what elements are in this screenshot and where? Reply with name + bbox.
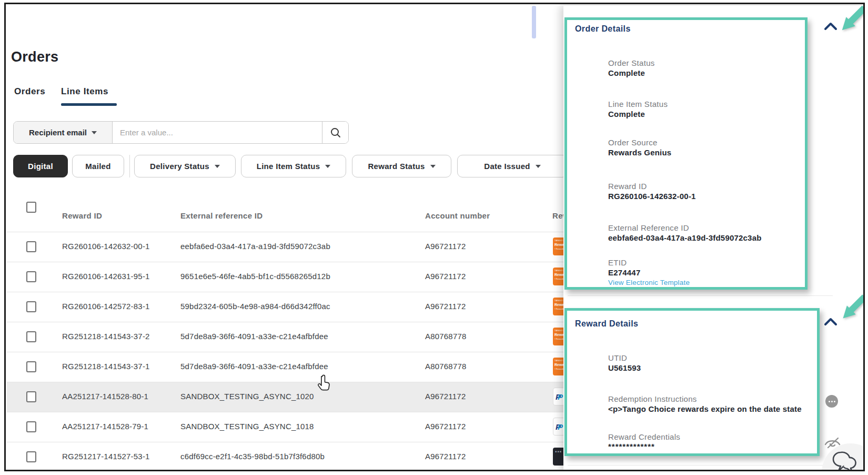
reward-credentials-label: Reward Credentials <box>608 432 680 441</box>
cell-external-ref: 9651e6e5-46fe-4ab5-bf1c-d5568265d12b <box>180 272 330 281</box>
filter-dropdown-reward-status-label: Reward Status <box>368 162 425 171</box>
order-source-value: Rewards Genius <box>608 148 671 157</box>
search-input[interactable]: Enter a value... <box>113 122 322 143</box>
filter-dropdown-delivery-status-label: Delivery Status <box>150 162 209 171</box>
row-checkbox[interactable] <box>26 391 36 402</box>
active-tab-underline <box>61 103 117 106</box>
filter-dropdown-date-issued[interactable]: Date Issued <box>457 155 568 177</box>
order-details-panel: Order Details Order Status Complete Line… <box>564 17 808 290</box>
tab-orders[interactable]: Orders <box>14 86 45 97</box>
order-status-value: Complete <box>608 68 645 77</box>
eye-slash-icon[interactable] <box>823 435 842 451</box>
cell-external-ref: SANDBOX_TESTING_ASYNC_1020 <box>180 392 314 401</box>
row-checkbox[interactable] <box>26 301 36 312</box>
utid-label: UTID <box>608 353 627 362</box>
line-item-status-label: Line Item Status <box>608 100 668 108</box>
select-all-checkbox[interactable] <box>26 202 36 213</box>
search-button[interactable] <box>322 122 348 143</box>
scrollbar-thumb[interactable] <box>532 6 536 38</box>
cell-external-ref: 59bd2324-605b-4e98-a984-d66d342ff0ac <box>180 302 330 311</box>
cell-reward-id: RG251218-141543-37-2 <box>62 332 150 341</box>
reward-id-value: RG260106-142632-00-1 <box>608 192 696 201</box>
section-divider <box>568 465 833 466</box>
line-item-status-value: Complete <box>608 110 645 118</box>
order-status-label: Order Status <box>608 58 655 67</box>
cell-reward-id: RG260106-142631-95-1 <box>62 272 150 281</box>
cell-reward-id: AA251217-141528-79-1 <box>62 422 148 431</box>
external-reference-id-value: eebfa6ed-03a4-417a-a19d-3fd59072c3ab <box>608 233 762 242</box>
utid-value: U561593 <box>608 363 641 372</box>
cell-account: A96721172 <box>425 272 466 281</box>
cell-external-ref: 5d7de8a9-36f6-4091-a33e-c21e4afbfdee <box>180 362 328 371</box>
collapse-order-details-chevron-up-icon[interactable] <box>824 22 837 31</box>
cell-account: A96721172 <box>425 242 466 251</box>
reward-credentials-value: ************* <box>608 442 655 451</box>
page-title: Orders <box>11 49 58 65</box>
chevron-down-icon <box>92 131 97 134</box>
cell-account: A96721172 <box>425 392 466 401</box>
row-checkbox[interactable] <box>26 241 36 252</box>
filter-dropdown-reward-status[interactable]: Reward Status <box>352 155 451 177</box>
search-field-selector[interactable]: Recipient email <box>14 122 113 143</box>
cell-external-ref: SANDBOX_TESTING_ASYNC_1018 <box>180 422 314 431</box>
reward-details-panel: Reward Details UTID U561593 Redemption I… <box>564 308 820 456</box>
filter-toggle-mailed[interactable]: Mailed <box>72 155 124 177</box>
cell-account: A96721172 <box>425 452 466 461</box>
redemption-instructions-value: <p>Tango Choice rewards expire on the da… <box>608 404 802 413</box>
column-header-external-reference-id[interactable]: External reference ID <box>180 211 263 220</box>
filter-dropdown-line-item-status-label: Line Item Status <box>257 162 320 171</box>
filter-separator <box>129 155 130 177</box>
chevron-down-icon <box>325 165 330 168</box>
filter-toggle-digital[interactable]: Digital <box>13 155 68 177</box>
row-checkbox[interactable] <box>26 361 36 372</box>
reward-details-title: Reward Details <box>575 319 638 329</box>
more-options-button[interactable] <box>825 395 838 408</box>
column-header-reward-id[interactable]: Reward ID <box>62 211 102 220</box>
reward-id-label: Reward ID <box>608 182 647 191</box>
search-icon <box>330 127 341 138</box>
redemption-instructions-label: Redemption Instructions <box>608 394 697 403</box>
cell-reward-id: RG251218-141543-37-1 <box>62 362 150 371</box>
search-field-selector-label: Recipient email <box>29 128 87 137</box>
cell-external-ref: eebfa6ed-03a4-417a-a19d-3fd59072c3ab <box>180 242 330 251</box>
etid-label: ETID <box>608 258 627 267</box>
filter-toggle-digital-label: Digital <box>28 162 53 171</box>
cell-account: A80768778 <box>425 362 467 371</box>
cell-account: A96721172 <box>425 302 466 311</box>
chat-bubbles-icon[interactable] <box>829 450 859 471</box>
column-header-account-number[interactable]: Account number <box>425 211 490 220</box>
cell-reward-id: AA251217-141528-80-1 <box>62 392 148 401</box>
chevron-down-icon <box>536 165 541 168</box>
cell-reward-id: RG251217-141527-53-1 <box>62 452 150 461</box>
row-checkbox[interactable] <box>26 271 36 282</box>
cell-external-ref: 5d7de8a9-36f6-4091-a33e-c21e4afbfdee <box>180 332 328 341</box>
filter-dropdown-line-item-status[interactable]: Line Item Status <box>241 155 346 177</box>
view-electronic-template-link[interactable]: View Electronic Template <box>608 279 690 286</box>
filter-dropdown-delivery-status[interactable]: Delivery Status <box>134 155 236 177</box>
chevron-down-icon <box>215 165 220 168</box>
filter-toggle-mailed-label: Mailed <box>85 162 110 171</box>
tab-line-items[interactable]: Line Items <box>61 86 108 97</box>
filter-dropdown-date-issued-label: Date Issued <box>484 162 530 171</box>
etid-value: E274447 <box>608 268 640 277</box>
row-checkbox[interactable] <box>26 421 36 432</box>
order-source-label: Order Source <box>608 138 658 147</box>
screenshot-frame: Orders Orders Line Items Recipient email… <box>4 3 865 471</box>
cell-account: A80768778 <box>425 332 467 341</box>
row-checkbox[interactable] <box>26 451 36 462</box>
external-reference-id-label: External Reference ID <box>608 223 689 232</box>
cell-account: A96721172 <box>425 422 466 431</box>
orders-page: Orders Orders Line Items Recipient email… <box>0 0 868 475</box>
row-checkbox[interactable] <box>26 331 36 342</box>
cell-external-ref: c6df69cc-e2f1-4c35-98bd-51b7f3f6d80b <box>180 452 325 461</box>
section-divider <box>568 295 833 296</box>
cell-reward-id: RG260106-142632-00-1 <box>62 242 150 251</box>
cell-reward-id: RG260106-142572-83-1 <box>62 302 150 311</box>
collapse-reward-details-chevron-up-icon[interactable] <box>824 318 837 326</box>
order-details-title: Order Details <box>575 24 631 34</box>
search-bar: Recipient email Enter a value... <box>13 121 349 144</box>
chevron-down-icon <box>430 165 436 168</box>
